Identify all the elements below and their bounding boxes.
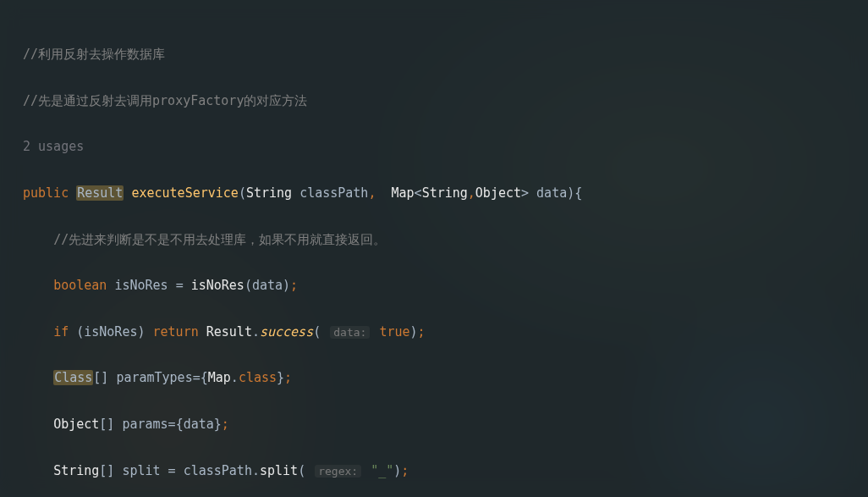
call: split (260, 463, 298, 478)
type-string: String (422, 185, 468, 201)
string: "_" (371, 463, 393, 478)
kw-return: return (153, 324, 199, 340)
param: data (536, 185, 567, 201)
comment: //先是通过反射去调用proxyFactory的对应方法 (23, 93, 307, 108)
param: classPath (299, 185, 368, 201)
type-result: Result (76, 185, 124, 201)
var: data (184, 417, 214, 432)
var: isNoRes (84, 324, 137, 340)
code-line: //先是通过反射去调用proxyFactory的对应方法 (23, 90, 756, 113)
kw-boolean: boolean (53, 278, 107, 293)
var: split (122, 463, 160, 478)
code-line: public Result executeService(String clas… (23, 182, 756, 205)
call: isNoRes (191, 278, 244, 293)
code-editor[interactable]: //利用反射去操作数据库 //先是通过反射去调用proxyFactory的对应方… (23, 20, 756, 497)
kw-true: true (379, 324, 409, 340)
type-string: String (246, 185, 292, 201)
code-line: //先进来判断是不是不用去处理库，如果不用就直接返回。 (23, 229, 756, 251)
code-line: Object[] params={data}; (23, 413, 756, 436)
type-map: Map (208, 370, 231, 385)
type-object: Object (475, 185, 521, 201)
var: classPath (184, 463, 252, 478)
inline-hint: data: (330, 326, 370, 339)
var: paramTypes (116, 370, 192, 385)
code-line: if (isNoRes) return Result.success( data… (23, 321, 756, 344)
code-line: boolean isNoRes = isNoRes(data); (23, 274, 756, 297)
code-line: 2 usages (23, 135, 756, 158)
usages-hint[interactable]: 2 usages (23, 139, 84, 154)
type-class: Class (53, 370, 93, 385)
code-line: //利用反射去操作数据库 (23, 43, 756, 66)
kw-public: public (23, 185, 69, 201)
type-string: String (53, 463, 99, 478)
kw-if: if (53, 324, 69, 340)
type-result: Result (206, 324, 252, 340)
var: isNoRes (114, 278, 168, 293)
method-success: success (260, 324, 313, 340)
inline-hint: regex: (315, 465, 361, 478)
type-object: Object (53, 417, 99, 432)
code-line: Class[] paramTypes={Map.class}; (23, 367, 756, 389)
kw-class: class (239, 370, 277, 385)
var: params (122, 417, 168, 432)
code-line: String[] split = classPath.split( regex:… (23, 460, 756, 483)
method-name: executeService (131, 185, 238, 201)
comment: //先进来判断是不是不用去处理库，如果不用就直接返回。 (53, 232, 386, 247)
type-map: Map (392, 185, 415, 201)
arg: data (252, 278, 283, 293)
comment: //利用反射去操作数据库 (23, 47, 165, 62)
